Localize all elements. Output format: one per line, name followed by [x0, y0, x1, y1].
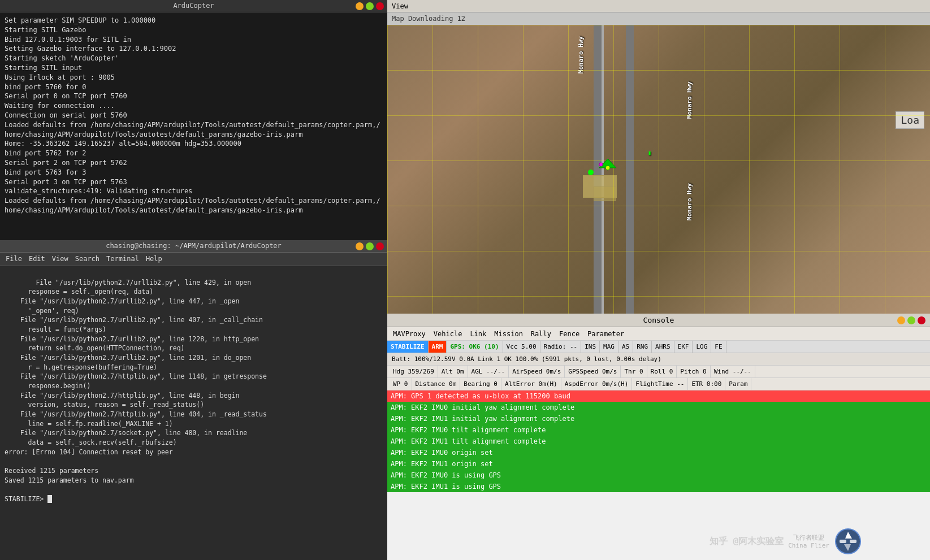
- flighttime-info: FlightTime --: [632, 378, 688, 390]
- gpsspeed-info: GPSSpeed 0m/s: [565, 366, 621, 377]
- log-status: LOG: [693, 341, 711, 353]
- terminal-top-titlebar: ArduCopter: [0, 0, 387, 12]
- map-status-text: Map Downloading 12: [392, 15, 465, 23]
- terminal-top-title: ArduCopter: [173, 1, 214, 11]
- road-marker-green: ▮: [648, 149, 652, 157]
- vcc-status: Vcc 5.00: [503, 341, 540, 353]
- map-grid-overlay: [387, 25, 930, 314]
- menu-edit[interactable]: Edit: [29, 254, 45, 264]
- console-info-row2: WP 0 Distance 0m Bearing 0 AltError 0m(H…: [387, 378, 930, 390]
- thr-info: Thr 0: [621, 366, 647, 377]
- terminal-top-content: Set parameter SIM_SPEEDUP to 1.000000 St…: [5, 16, 383, 215]
- watermark: 知乎 @阿木实验室 飞行者联盟 China Flier: [710, 527, 862, 555]
- map-panel[interactable]: View Map Downloading 12 Loa: [387, 0, 930, 314]
- tb-minimize-btn[interactable]: [356, 242, 364, 250]
- console-statusbar: STABILIZE ARM GPS: OK6 (10) Vcc 5.00 Rad…: [387, 341, 930, 353]
- menu-file[interactable]: File: [6, 254, 22, 264]
- maximize-btn[interactable]: [366, 2, 374, 10]
- console-message-2: APM: EKF2 IMU1 initial yaw alignment com…: [387, 413, 930, 424]
- wp-info: WP 0: [390, 378, 412, 390]
- arm-status: ARM: [429, 341, 447, 353]
- drone-marker-container: [596, 158, 619, 173]
- terminal-cursor: [47, 495, 52, 503]
- radio-status: Radio: --: [540, 341, 582, 353]
- tb-maximize-btn[interactable]: [366, 242, 374, 250]
- as-status: AS: [618, 341, 633, 353]
- alt-info: Alt 0m: [438, 366, 468, 377]
- console-menu-mission[interactable]: Mission: [494, 330, 523, 338]
- svg-rect-6: [840, 540, 846, 543]
- close-btn[interactable]: [376, 2, 384, 10]
- svg-point-1: [605, 166, 610, 170]
- console-panel: Console MAVProxy Vehicle Link Mission Ra…: [387, 314, 930, 560]
- pitch-info: Pitch 0: [677, 366, 710, 377]
- console-menu-vehicle[interactable]: Vehicle: [434, 330, 462, 338]
- tb-close-btn[interactable]: [376, 242, 384, 250]
- console-message-6: APM: EKF2 IMU1 origin set: [387, 458, 930, 470]
- map-view[interactable]: Loa Monaro Hwy Monaro Hwy Monaro Hwy ▮: [387, 25, 930, 314]
- console-menu-mavproxy[interactable]: MAVProxy: [393, 330, 426, 338]
- console-message-1: APM: EKF2 IMU0 initial yaw alignment com…: [387, 402, 930, 413]
- etr-info: ETR 0:00: [688, 378, 725, 390]
- param-info: Param: [725, 378, 751, 390]
- wind-info: Wind --/--: [711, 366, 755, 377]
- console-message-3: APM: EKF2 IMU0 tilt alignment complete: [387, 424, 930, 436]
- terminal-bottom-content: File "/usr/lib/python2.7/urllib2.py", li…: [0, 266, 387, 515]
- map-status-bar: Map Downloading 12: [387, 12, 930, 25]
- flight-mode-indicator: STABILIZE: [387, 341, 429, 353]
- agl-info: AGL --/--: [468, 366, 509, 377]
- menu-help[interactable]: Help: [146, 254, 162, 264]
- console-message-0: APM: GPS 1 detected as u-blox at 115200 …: [387, 390, 930, 402]
- terminal-top-panel: ArduCopter Set parameter SIM_SPEEDUP to …: [0, 0, 387, 240]
- ekf-status: EKF: [674, 341, 693, 353]
- mag-status: MAG: [600, 341, 618, 353]
- minimize-btn[interactable]: [356, 2, 364, 10]
- airspeed-info: AirSpeed 0m/s: [509, 366, 565, 377]
- terminal-bottom-titlebar: chasing@chasing: ~/APM/ardupilot/ArduCop…: [0, 240, 387, 253]
- rng-status: RNG: [633, 341, 652, 353]
- batt-info-bar: Batt: 100%/12.59V 0.0A Link 1 OK 100.0% …: [387, 353, 930, 366]
- fe-status: FE: [711, 341, 726, 353]
- watermark-text2: 飞行者联盟: [793, 533, 824, 542]
- menu-search[interactable]: Search: [75, 254, 100, 264]
- svg-point-2: [599, 163, 603, 166]
- watermark-text3: China Flier: [788, 542, 829, 549]
- console-message-8: APM: EKF2 IMU1 is using GPS: [387, 481, 930, 492]
- terminal-bottom-text: File "/usr/lib/python2.7/urllib2.py", li…: [5, 279, 267, 503]
- console-maximize-btn[interactable]: [907, 316, 915, 324]
- console-info-row1: Hdg 359/269 Alt 0m AGL --/-- AirSpeed 0m…: [387, 366, 930, 378]
- terminal-bottom-panel: chasing@chasing: ~/APM/ardupilot/ArduCop…: [0, 240, 387, 560]
- console-message-4: APM: EKF2 IMU1 tilt alignment complete: [387, 436, 930, 447]
- aspderror-info: AspdError 0m/s(H): [561, 378, 633, 390]
- console-titlebar: Console: [387, 314, 930, 327]
- watermark-logo-area: 飞行者联盟 China Flier: [788, 533, 829, 549]
- watermark-logo-svg: [834, 527, 862, 555]
- console-menu-rally[interactable]: Rally: [531, 330, 551, 338]
- console-minimize-btn[interactable]: [897, 316, 905, 324]
- map-titlebar: View: [387, 0, 930, 12]
- roll-info: Roll 0: [647, 366, 677, 377]
- ahrs-status: AHRS: [652, 341, 674, 353]
- svg-rect-7: [850, 540, 857, 543]
- console-message-7: APM: EKF2 IMU0 is using GPS: [387, 470, 930, 481]
- console-menu-link[interactable]: Link: [470, 330, 486, 338]
- console-message-5: APM: EKF2 IMU0 origin set: [387, 447, 930, 458]
- watermark-text1: 知乎 @阿木实验室: [710, 536, 784, 548]
- batt-info-text: Batt: 100%/12.59V 0.0A Link 1 OK 100.0% …: [392, 355, 661, 363]
- console-menubar: MAVProxy Vehicle Link Mission Rally Fenc…: [387, 327, 930, 341]
- ins-status: INS: [581, 341, 600, 353]
- gps-position-dot: [588, 170, 594, 175]
- alterror-info: AltError 0m(H): [501, 378, 561, 390]
- map-title: View: [392, 2, 408, 10]
- terminal-bottom-title: chasing@chasing: ~/APM/ardupilot/ArduCop…: [106, 241, 282, 251]
- drone-svg: [596, 158, 619, 172]
- distance-info: Distance 0m: [412, 378, 461, 390]
- menu-terminal[interactable]: Terminal: [106, 254, 139, 264]
- gps-status: GPS: OK6 (10): [447, 341, 503, 353]
- menu-view[interactable]: View: [52, 254, 68, 264]
- terminal-bottom-menubar: File Edit View Search Terminal Help: [0, 253, 387, 266]
- console-close-btn[interactable]: [918, 316, 925, 324]
- console-menu-parameter[interactable]: Parameter: [587, 330, 624, 338]
- console-menu-fence[interactable]: Fence: [559, 330, 579, 338]
- hdg-info: Hdg 359/269: [390, 366, 438, 377]
